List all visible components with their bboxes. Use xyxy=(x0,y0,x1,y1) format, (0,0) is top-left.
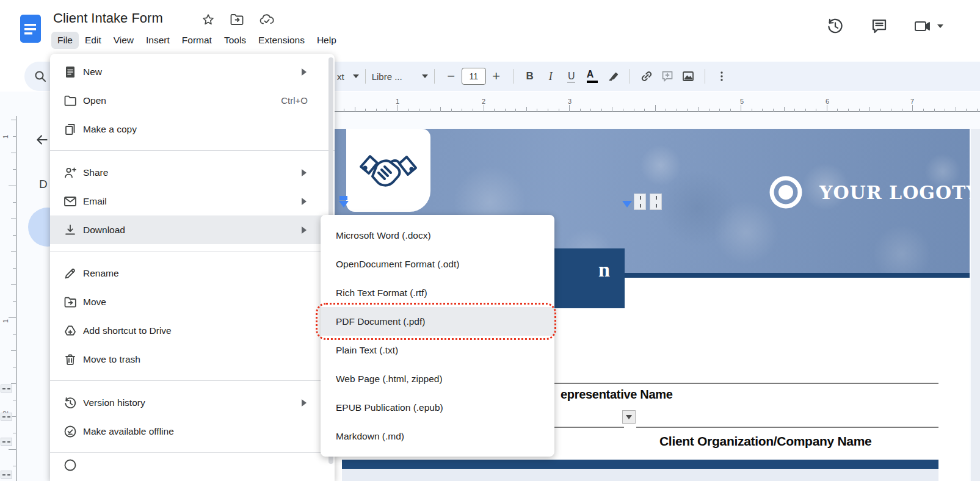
document-title[interactable]: Client Intake Form xyxy=(53,10,163,26)
menu-item-label: Move to trash xyxy=(83,354,140,365)
file-menu-item-make-available-offline[interactable]: Make available offline xyxy=(50,417,335,446)
increase-font-button[interactable]: + xyxy=(486,66,507,87)
image-icon xyxy=(681,69,695,84)
download-option-microsoft-word-docx[interactable]: Microsoft Word (.docx) xyxy=(321,221,554,250)
submenu-arrow-icon xyxy=(302,399,307,407)
menubar-item-help[interactable]: Help xyxy=(311,32,343,49)
file-menu-item-email[interactable]: Email xyxy=(50,187,335,215)
italic-button[interactable]: I xyxy=(549,70,553,83)
menu-divider xyxy=(50,452,335,453)
file-menu-item-version-history[interactable]: Version history xyxy=(50,388,335,417)
offline-check-icon xyxy=(63,424,78,439)
file-menu-item-add-shortcut-to-drive[interactable]: Add shortcut to Drive xyxy=(50,316,335,345)
menubar-item-view[interactable]: View xyxy=(107,32,140,49)
download-option-epub-publication-epub[interactable]: EPUB Publication (.epub) xyxy=(321,393,554,422)
partial-next-item-icon xyxy=(63,458,78,472)
download-option-plain-text-txt[interactable]: Plain Text (.txt) xyxy=(321,336,554,364)
submenu-arrow-icon xyxy=(302,68,307,76)
menubar-item-extensions[interactable]: Extensions xyxy=(252,32,311,49)
person-add-icon xyxy=(63,165,78,180)
file-menu-item-new[interactable]: New xyxy=(50,57,335,86)
insert-image-button[interactable] xyxy=(678,66,699,87)
collapse-panel-arrow-icon[interactable] xyxy=(34,132,50,148)
table-column-grip[interactable] xyxy=(650,193,662,210)
ruler-number: 6 xyxy=(826,98,829,105)
table-row-grip[interactable] xyxy=(1,438,12,446)
menubar-item-tools[interactable]: Tools xyxy=(218,32,252,49)
bold-button[interactable]: B xyxy=(526,70,534,82)
ruler-number: 1 xyxy=(2,319,9,323)
file-menu-item-move[interactable]: Move xyxy=(50,288,335,316)
ruler-number: 3 xyxy=(568,98,572,105)
menu-item-label: Make a copy xyxy=(83,124,137,135)
menu-item-label: Version history xyxy=(83,397,145,408)
add-comment-button[interactable] xyxy=(657,66,678,87)
underline-button[interactable]: U xyxy=(567,71,576,82)
meet-dropdown-caret[interactable] xyxy=(937,24,943,28)
comments-icon[interactable] xyxy=(870,17,888,35)
highlight-button[interactable] xyxy=(603,66,623,87)
right-indent-marker[interactable] xyxy=(622,201,632,208)
envelope-icon xyxy=(63,194,78,209)
vertical-ruler[interactable]: 112 xyxy=(0,115,17,481)
download-option-label: OpenDocument Format (.odt) xyxy=(336,259,459,270)
download-option-label: Markdown (.md) xyxy=(336,431,404,442)
table-row-grip[interactable] xyxy=(1,413,12,421)
download-option-label: EPUB Publication (.epub) xyxy=(336,402,443,413)
menubar-item-file[interactable]: File xyxy=(51,32,79,49)
logo-block: YOUR LOGOTYPE xyxy=(768,175,980,210)
file-menu-item-share[interactable]: Share xyxy=(50,158,335,187)
menu-item-label: Open xyxy=(83,95,106,106)
menu-item-label: Add shortcut to Drive xyxy=(83,325,172,336)
font-size-input[interactable]: 11 xyxy=(462,68,486,85)
file-menu-item-rename[interactable]: Rename xyxy=(50,259,335,288)
menu-item-label: Share xyxy=(83,167,108,178)
menu-divider xyxy=(50,380,335,381)
star-icon[interactable] xyxy=(201,13,215,26)
menu-divider xyxy=(50,150,335,151)
style-caret[interactable] xyxy=(353,74,359,78)
download-option-opendocument-format-odt[interactable]: OpenDocument Format (.odt) xyxy=(321,250,554,278)
section-strip xyxy=(342,469,938,481)
download-option-web-page-html-zipped[interactable]: Web Page (.html, zipped) xyxy=(321,364,554,393)
search-menus-icon[interactable] xyxy=(33,69,48,84)
doc-filled-icon xyxy=(63,65,78,79)
download-option-label: Plain Text (.txt) xyxy=(336,345,398,356)
insert-link-button[interactable] xyxy=(636,66,657,87)
google-docs-logo[interactable] xyxy=(20,15,41,43)
decrease-font-button[interactable]: − xyxy=(441,66,462,87)
drive-add-icon xyxy=(63,324,78,338)
trash-icon xyxy=(63,352,78,367)
download-option-label: Web Page (.html, zipped) xyxy=(336,374,443,385)
field-dropdown-button[interactable] xyxy=(622,410,636,424)
left-indent-marker[interactable] xyxy=(339,196,347,200)
download-option-markdown-md[interactable]: Markdown (.md) xyxy=(321,422,554,450)
logotype-text: YOUR LOGOTYPE xyxy=(819,182,980,203)
table-column-grip[interactable] xyxy=(634,193,646,210)
move-icon[interactable] xyxy=(230,13,244,26)
download-option-label: Microsoft Word (.docx) xyxy=(336,230,431,241)
menubar-item-insert[interactable]: Insert xyxy=(140,32,176,49)
first-line-indent-marker[interactable] xyxy=(339,201,349,208)
paragraph-style-dropdown[interactable]: xt xyxy=(337,71,344,82)
more-toolbar-button[interactable] xyxy=(711,66,732,87)
submenu-arrow-icon xyxy=(302,226,307,234)
comment-plus-icon xyxy=(660,69,675,84)
meet-video-icon[interactable] xyxy=(914,18,932,34)
file-menu-item-make-a-copy[interactable]: Make a copy xyxy=(50,115,335,143)
table-row-grip[interactable] xyxy=(1,385,12,392)
font-caret[interactable] xyxy=(422,74,428,78)
menubar-item-format[interactable]: Format xyxy=(176,32,218,49)
text-color-button[interactable]: A xyxy=(587,70,598,83)
file-menu-item-download[interactable]: Download xyxy=(50,215,335,244)
highlighter-icon xyxy=(606,70,620,83)
font-family-dropdown[interactable]: Libre ... xyxy=(372,71,416,82)
file-menu: NewOpenCtrl+OMake a copyShareEmailDownlo… xyxy=(50,54,335,481)
file-menu-item-move-to-trash[interactable]: Move to trash xyxy=(50,345,335,374)
version-history-icon[interactable] xyxy=(826,17,844,35)
cloud-status-icon[interactable] xyxy=(259,13,275,26)
menubar-item-edit[interactable]: Edit xyxy=(79,32,107,49)
pencil-icon xyxy=(63,266,78,281)
file-menu-item-open[interactable]: OpenCtrl+O xyxy=(50,86,335,115)
table-row-grip[interactable] xyxy=(1,471,12,479)
